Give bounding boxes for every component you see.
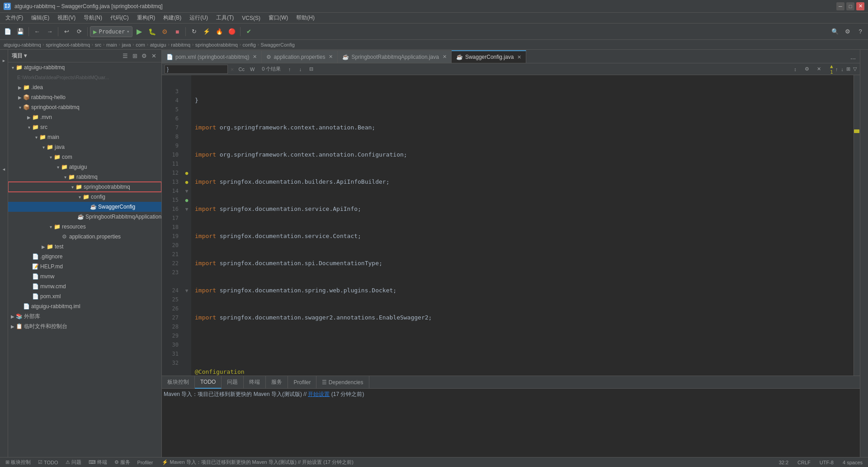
bottom-tab-deps[interactable]: ☰ Dependencies <box>316 376 369 389</box>
filter-btn[interactable]: ▽ <box>853 65 857 74</box>
tree-item-temp[interactable]: ▶ 📋 临时文件和控制台 <box>8 321 161 331</box>
toolbar-btn-4[interactable]: ⟳ <box>73 26 85 38</box>
tab-swaggerconfig[interactable]: ☕ SwaggerConfig.java ✕ <box>452 50 526 63</box>
maven-link[interactable]: 开始设置 <box>308 391 330 397</box>
tree-item-swaggerconfig[interactable]: ☕ SwaggerConfig <box>8 202 161 212</box>
tree-item-mvn[interactable]: ▶ 📁 .mvn <box>8 112 161 122</box>
tree-item-helpmd[interactable]: 📝 HELP.md <box>8 262 161 272</box>
new-file-button[interactable]: 📄 <box>2 26 14 38</box>
status-line-ending[interactable]: CRLF <box>796 460 812 465</box>
run-config-dropdown[interactable]: ▶ Producer ▾ <box>90 26 132 37</box>
breadcrumb-springboot[interactable]: springbootrabbitmq <box>195 42 238 48</box>
minimize-button[interactable]: ─ <box>836 2 844 10</box>
tree-item-rabbitmq[interactable]: ▾ 📁 rabbitmq <box>8 172 161 182</box>
menu-window[interactable]: 窗口(W) <box>265 13 292 23</box>
search-opt-cc[interactable]: Cc <box>236 65 246 74</box>
search-opt-w[interactable]: W <box>247 65 257 74</box>
search-prev-btn[interactable]: ↑ <box>284 65 294 74</box>
search-filter-btn[interactable]: ⊟ <box>306 65 316 74</box>
code-content[interactable]: } import org.springframework.context.ann… <box>191 75 854 376</box>
menu-run[interactable]: 运行(U) <box>186 13 212 23</box>
save-button[interactable]: 💾 <box>14 26 26 38</box>
status-encoding[interactable]: UTF-8 <box>818 460 835 465</box>
tree-item-pomxml[interactable]: 📄 pom.xml <box>8 291 161 301</box>
tab-close-springbootapp[interactable]: ✕ <box>443 54 447 60</box>
bottom-tab-terminal[interactable]: 终端 <box>244 376 266 389</box>
status-todo[interactable]: ☑ TODO <box>36 459 60 465</box>
forward-button[interactable]: → <box>44 26 56 38</box>
bottom-tab-todo[interactable]: TODO <box>195 376 222 389</box>
tab-close-pom[interactable]: ✕ <box>253 54 257 60</box>
sidebar-settings-btn[interactable]: ☰ <box>121 52 129 60</box>
breadcrumb-com[interactable]: com <box>136 42 145 48</box>
tree-item-mvnw[interactable]: 📄 mvnw <box>8 272 161 281</box>
tree-item-extlibs[interactable]: ▶ 📚 外部库 <box>8 311 161 321</box>
tree-item-idea[interactable]: ▶ 📁 .idea <box>8 82 161 92</box>
menu-vcs[interactable]: VCS(S) <box>238 14 264 22</box>
run-button[interactable]: ▶ <box>133 26 145 38</box>
status-terminal[interactable]: ⌨ 终端 <box>87 459 109 466</box>
close-button[interactable]: ✕ <box>856 2 864 10</box>
menu-view[interactable]: 视图(V) <box>54 13 79 23</box>
toolbar-btn-7[interactable]: 🔴 <box>226 26 238 38</box>
tree-item-springboot-rmq[interactable]: ▾ 📦 springboot-rabbitmq <box>8 102 161 112</box>
sidebar-expand-btn[interactable]: ⊞ <box>131 52 139 60</box>
tree-item-config[interactable]: ▾ 📁 config <box>8 192 161 202</box>
toolbar-reload[interactable]: ↻ <box>188 26 200 38</box>
search-replace-btn[interactable]: ↕ <box>790 65 800 74</box>
bottom-tab-problems[interactable]: 问题 <box>222 376 244 389</box>
tree-item-application[interactable]: ☕ SpringbootRabbitmqApplication <box>8 212 161 222</box>
bottom-tab-services[interactable]: 服务 <box>266 376 288 389</box>
debug-button[interactable]: 🐛 <box>146 26 158 38</box>
scroll-up-btn[interactable]: ↑ <box>835 65 839 74</box>
status-cursor-pos[interactable]: 32:2 <box>777 460 790 465</box>
status-panel-ctrl[interactable]: ⊞ 板块控制 <box>4 459 33 466</box>
tree-item-java[interactable]: ▾ 📁 java <box>8 142 161 152</box>
toolbar-btn-5[interactable]: ⚡ <box>201 26 212 38</box>
scroll-down-btn[interactable]: ↓ <box>840 65 844 74</box>
status-services[interactable]: ⚙ 服务 <box>113 459 132 466</box>
status-indent[interactable]: 4 spaces <box>841 460 864 465</box>
tree-item-rabbitmq-hello[interactable]: ▶ 📦 rabbitmq-hello <box>8 92 161 102</box>
build-button[interactable]: ⚙ <box>159 26 170 38</box>
tree-item-springbootrabbitmq[interactable]: ▾ 📁 springbootrabbitmq <box>8 182 161 192</box>
search-close-btn[interactable]: ✕ <box>814 65 824 74</box>
tree-item-mvnwcmd[interactable]: 📄 mvnw.cmd <box>8 281 161 291</box>
menu-edit[interactable]: 编辑(E) <box>28 13 53 23</box>
tree-item-appprops[interactable]: ⚙ application.properties <box>8 232 161 242</box>
tree-item-iml[interactable]: 📄 atguigu-rabbitmq.iml <box>8 301 161 311</box>
breadcrumb-file[interactable]: SwaggerConfig <box>261 42 295 48</box>
tree-item-resources[interactable]: ▾ 📁 resources <box>8 222 161 232</box>
search-settings-btn[interactable]: ⚙ <box>802 65 812 74</box>
scroll-indicator[interactable] <box>854 75 860 376</box>
help-button[interactable]: ? <box>854 26 866 38</box>
menu-navigate[interactable]: 导航(N) <box>80 13 106 23</box>
sort-btn[interactable]: ⊞ <box>846 65 851 74</box>
tab-appprops[interactable]: ⚙ application.properties ✕ <box>262 50 338 63</box>
back-button[interactable]: ← <box>31 26 43 38</box>
tree-item-src[interactable]: ▾ 📁 src <box>8 122 161 132</box>
breadcrumb-root[interactable]: atguigu-rabbitmq <box>4 42 41 48</box>
tree-item-atguigu[interactable]: ▾ 📁 atguigu <box>8 162 161 172</box>
search-next-btn[interactable]: ↓ <box>295 65 305 74</box>
status-problems[interactable]: ⚠ 问题 <box>64 459 83 466</box>
bottom-tab-profiler[interactable]: Profiler <box>288 376 316 389</box>
tree-item-gitignore[interactable]: 📄 .gitignore <box>8 252 161 262</box>
menu-tools[interactable]: 工具(T) <box>212 13 237 23</box>
breadcrumb-atguigu[interactable]: atguigu <box>150 42 166 48</box>
breadcrumb-config[interactable]: config <box>243 42 256 48</box>
breadcrumb-rabbitmq[interactable]: rabbitmq <box>171 42 190 48</box>
toolbar-btn-8[interactable]: ✔ <box>243 26 255 38</box>
settings-button[interactable]: ⚙ <box>842 26 854 38</box>
tree-item-root[interactable]: ▾ 📁 atguigu-rabbitmq <box>8 62 161 72</box>
tab-close-appprops[interactable]: ✕ <box>329 54 333 60</box>
search-everywhere-button[interactable]: 🔍 <box>829 26 841 38</box>
maximize-button[interactable]: □ <box>846 2 854 10</box>
breadcrumb-src[interactable]: src <box>95 42 102 48</box>
sidebar-close-btn[interactable]: ✕ <box>150 52 158 60</box>
menu-build[interactable]: 构建(B) <box>160 13 185 23</box>
breadcrumb-module[interactable]: springboot-rabbitmq <box>46 42 90 48</box>
stop-button[interactable]: ■ <box>171 26 183 38</box>
left-tool-2[interactable]: ◀ <box>0 160 8 178</box>
tree-item-main[interactable]: ▾ 📁 main <box>8 132 161 142</box>
